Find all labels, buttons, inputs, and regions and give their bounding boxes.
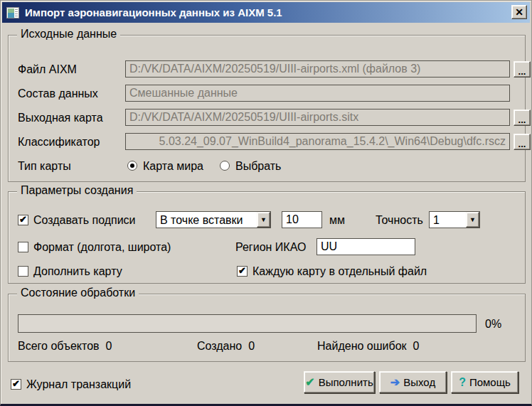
chevron-down-icon[interactable]: ▼ bbox=[257, 212, 270, 228]
transaction-log-label: Журнал транзакций bbox=[26, 378, 131, 391]
map-type-label: Тип карты bbox=[18, 159, 71, 173]
format-checkbox[interactable]: ✔ bbox=[18, 242, 28, 252]
output-map-field[interactable]: D:/VK/DATA/AIXM/20250519/UIII-airports.s… bbox=[125, 109, 510, 126]
title-bar: Импорт аэронавигационных данных из AIXM … bbox=[2, 2, 530, 23]
file-aixm-browse-button[interactable]: ... bbox=[514, 61, 531, 78]
source-data-group-title: Исходные данные bbox=[17, 28, 120, 41]
append-map-checkbox[interactable]: ✔ bbox=[18, 266, 28, 277]
format-label: Формат (долгота, широта) bbox=[33, 240, 171, 254]
processing-status-group-title: Состояние обработки bbox=[17, 287, 139, 299]
precision-combobox[interactable]: 1 ▼ bbox=[429, 211, 480, 228]
append-map-label: Дополнить карту bbox=[33, 265, 122, 278]
ellipsis-icon: ... bbox=[518, 66, 526, 77]
checkmark-icon: ✔ bbox=[19, 214, 27, 225]
precision-label: Точность bbox=[376, 213, 423, 227]
radio-world-map[interactable] bbox=[127, 161, 137, 171]
errors-stat: Найдено ошибок0 bbox=[317, 340, 419, 353]
radio-select-map-label: Выбрать bbox=[235, 159, 281, 173]
classifier-field[interactable]: 5.03.24_09.07_WinBuild4_panorama_15.4.2\… bbox=[125, 133, 510, 150]
label-position-value: В точке вставки bbox=[156, 212, 257, 228]
errors-label: Найдено ошибок bbox=[317, 340, 407, 352]
created-label: Создано bbox=[197, 340, 242, 352]
total-objects-value: 0 bbox=[106, 340, 112, 352]
chevron-down-icon[interactable]: ▼ bbox=[466, 212, 479, 228]
total-objects-label: Всего объектов bbox=[18, 340, 100, 352]
question-mark-icon: ? bbox=[459, 376, 466, 389]
file-aixm-field[interactable]: D:/VK/DATA/AIXM/20250519/UIII-airports.x… bbox=[125, 60, 510, 78]
output-map-label: Выходная карта bbox=[18, 111, 103, 124]
app-icon bbox=[6, 7, 19, 18]
precision-value: 1 bbox=[430, 212, 466, 228]
classifier-browse-button[interactable]: ... bbox=[514, 134, 531, 150]
progress-bar bbox=[18, 314, 477, 333]
output-map-browse-button[interactable]: ... bbox=[514, 109, 531, 126]
data-content-field[interactable]: Смешанные данные bbox=[125, 85, 510, 102]
arrow-right-icon: ➔ bbox=[390, 375, 400, 389]
label-position-combobox[interactable]: В точке вставки ▼ bbox=[156, 211, 271, 228]
separate-files-label: Каждую карту в отдельный файл bbox=[252, 265, 427, 278]
checkmark-icon: ✔ bbox=[12, 378, 20, 389]
radio-select-map[interactable] bbox=[220, 161, 230, 171]
dialog-window: Импорт аэронавигационных данных из AIXM … bbox=[0, 0, 532, 406]
radio-world-map-label: Карта мира bbox=[143, 159, 203, 173]
help-button[interactable]: ? Помощь bbox=[451, 371, 518, 393]
close-button[interactable]: ✕ bbox=[511, 5, 527, 19]
created-value: 0 bbox=[248, 340, 255, 352]
icao-region-input[interactable] bbox=[316, 238, 415, 255]
transaction-log-checkbox[interactable]: ✔ bbox=[11, 379, 21, 390]
ellipsis-icon: ... bbox=[518, 114, 526, 125]
separate-files-checkbox[interactable]: ✔ bbox=[237, 266, 248, 277]
ellipsis-icon: ... bbox=[518, 139, 526, 149]
exit-button[interactable]: ➔ Выход bbox=[379, 371, 447, 393]
total-objects-stat: Всего объектов0 bbox=[18, 340, 112, 353]
create-labels-checkbox[interactable]: ✔ bbox=[18, 215, 28, 225]
close-icon: ✕ bbox=[515, 6, 523, 18]
window-title: Импорт аэронавигационных данных из AIXM … bbox=[25, 6, 282, 18]
run-button[interactable]: ✔ Выполнить bbox=[304, 371, 375, 393]
run-button-label: Выполнить bbox=[319, 376, 373, 388]
classifier-label: Классификатор bbox=[18, 135, 100, 149]
data-content-label: Состав данных bbox=[18, 87, 98, 100]
label-size-unit: мм bbox=[329, 213, 345, 227]
label-size-input[interactable] bbox=[282, 211, 322, 228]
errors-value: 0 bbox=[413, 340, 420, 352]
created-stat: Создано0 bbox=[197, 340, 255, 353]
check-icon: ✔ bbox=[305, 375, 314, 389]
create-labels-label: Создавать подписи bbox=[33, 213, 136, 227]
help-button-label: Помощь bbox=[469, 376, 511, 388]
exit-button-label: Выход bbox=[403, 376, 435, 388]
checkmark-icon: ✔ bbox=[238, 265, 246, 276]
creation-params-group-title: Параметры создания bbox=[17, 184, 137, 197]
icao-region-label: Регион ИКАО bbox=[235, 240, 306, 254]
progress-percent: 0% bbox=[485, 317, 501, 331]
file-aixm-label: Файл AIXM bbox=[18, 63, 77, 76]
